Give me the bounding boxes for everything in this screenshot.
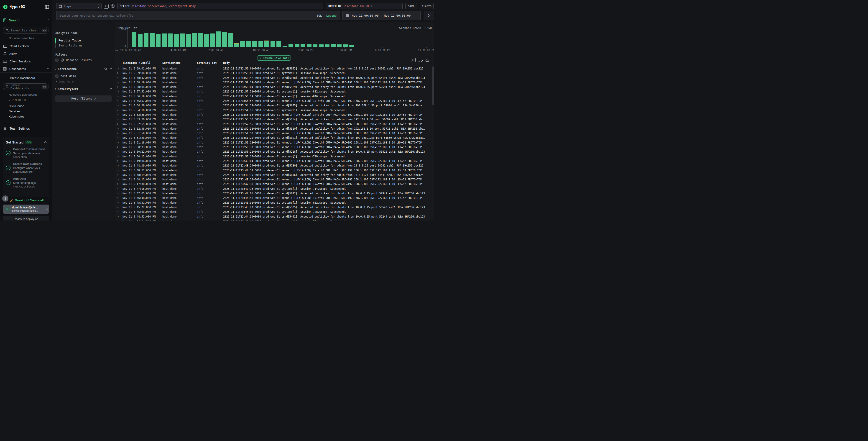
expand-row-icon[interactable]: > xyxy=(117,182,119,186)
expand-row-icon[interactable]: > xyxy=(117,122,119,126)
sidebar-item-alerts[interactable]: Alerts xyxy=(3,52,49,56)
table-row[interactable]: >Nov 11 5:54:16.000 PMhost-demoinfo2025-… xyxy=(115,108,434,113)
histogram-bar[interactable] xyxy=(174,34,179,47)
histogram-bar[interactable] xyxy=(198,33,203,47)
user-menu[interactable]: D dominic.tran@clic... dominic.tran@clic… xyxy=(3,205,49,214)
histogram-bar[interactable] xyxy=(192,33,197,47)
deploy-banner[interactable]: Ready to deploy on xyxy=(3,216,49,220)
histogram-bar[interactable] xyxy=(156,34,160,47)
expand-row-icon[interactable]: > xyxy=(117,85,119,89)
saved-searches-input[interactable]: Saved Searches ⌘K xyxy=(3,27,49,34)
histogram-bar[interactable] xyxy=(234,43,239,47)
preset-item-services[interactable]: Services xyxy=(9,110,21,113)
column-header-servicename[interactable]: ServiceName xyxy=(162,61,180,64)
histogram-bar[interactable] xyxy=(216,31,221,47)
table-row[interactable]: >Nov 11 5:45:08.000 PMhost-demoinfo2025-… xyxy=(115,210,434,214)
table-row[interactable]: >Nov 11 5:47:16.000 PMhost-demoinfo2025-… xyxy=(115,186,434,191)
denoise-results-option[interactable]: Denoise Results xyxy=(55,58,112,62)
preset-item-clickhouse[interactable]: ClickHouse xyxy=(9,104,24,108)
histogram-bar[interactable] xyxy=(313,45,317,47)
histogram-bar[interactable] xyxy=(210,33,215,47)
more-filters-button[interactable]: More filters xyxy=(55,95,112,101)
help-button[interactable]: ? xyxy=(2,196,8,202)
histogram-bar[interactable] xyxy=(283,46,287,47)
mode-results-table[interactable]: Results Table xyxy=(55,38,101,43)
filter-option-host-demo[interactable]: host-demo xyxy=(55,74,112,78)
host-demo-checkbox[interactable] xyxy=(55,75,59,78)
table-row[interactable]: >Nov 11 5:50:15.000 PMhost-demoinfo2025-… xyxy=(115,154,434,159)
sidebar-collapse-icon[interactable] xyxy=(45,5,49,9)
source-select[interactable]: Logs xyxy=(56,3,101,9)
pin-icon[interactable] xyxy=(109,87,112,91)
saved-dashboards-input[interactable]: Saved Dashboards ⌘K xyxy=(3,83,49,90)
expand-row-icon[interactable]: > xyxy=(117,145,119,149)
expand-row-icon[interactable]: > xyxy=(117,219,119,220)
expand-row-icon[interactable]: > xyxy=(117,191,119,196)
column-resize-handle[interactable] xyxy=(160,62,161,65)
histogram-bar[interactable] xyxy=(331,44,336,47)
table-row[interactable]: >Nov 11 5:51:18.000 PMhost-demoinfo2025-… xyxy=(115,140,434,145)
create-dashboard-button[interactable]: + Create Dashboard xyxy=(5,76,49,80)
histogram-bar[interactable] xyxy=(132,32,136,47)
expand-row-icon[interactable]: > xyxy=(117,94,119,99)
expand-row-icon[interactable]: > xyxy=(117,196,119,200)
histogram-bar[interactable] xyxy=(258,41,263,47)
sidebar-item-chart-explorer[interactable]: Chart Explorer xyxy=(3,44,49,48)
table-row[interactable]: >Nov 11 5:51:28.000 PMhost-demoinfo2025-… xyxy=(115,136,434,140)
histogram-bar[interactable] xyxy=(271,41,275,47)
mode-sql-toggle[interactable]: SQL xyxy=(317,14,322,17)
alerts-button[interactable]: Alerts xyxy=(420,3,434,9)
mode-lucene-toggle[interactable]: Lucene xyxy=(326,14,337,17)
expand-row-icon[interactable]: > xyxy=(117,117,119,122)
table-row[interactable]: >Nov 11 5:44:37.000 PMhost-demoinfo2025-… xyxy=(115,219,434,220)
table-row[interactable]: >Nov 11 5:48:19.000 PMhost-demoinfo2025-… xyxy=(115,173,434,177)
column-resize-handle[interactable] xyxy=(221,62,221,65)
expand-row-icon[interactable]: > xyxy=(117,71,119,76)
run-query-button[interactable] xyxy=(424,11,434,20)
expand-row-icon[interactable]: > xyxy=(117,103,119,108)
table-row[interactable]: >Nov 11 5:44:53.000 PMhost-demoinfo2025-… xyxy=(115,214,434,219)
histogram-bar[interactable] xyxy=(180,33,185,47)
expand-row-icon[interactable]: > xyxy=(117,214,119,219)
table-row[interactable]: >Nov 11 5:55:57.000 PMhost-demoinfo2025-… xyxy=(115,99,434,103)
mode-event-patterns[interactable]: Event Patterns xyxy=(55,43,101,48)
task-connect-clickhouse[interactable]: Connect to ClickHouse Set up your databa… xyxy=(6,147,46,159)
histogram-bar[interactable] xyxy=(240,41,245,47)
table-row[interactable]: >Nov 11 5:58:19.000 PMhost-demoinfo2025-… xyxy=(115,80,434,85)
load-more-button[interactable]: Load more xyxy=(55,80,112,83)
chevron-up-icon[interactable] xyxy=(44,141,47,144)
table-row[interactable]: >Nov 11 5:58:04.000 PMhost-demoinfo2025-… xyxy=(115,85,434,89)
expand-row-icon[interactable]: > xyxy=(117,210,119,214)
expand-row-icon[interactable]: > xyxy=(117,159,119,163)
preset-item-kubernetes[interactable]: Kubernetes xyxy=(9,115,24,118)
task-create-data-sources[interactable]: Create Data Sources Configure where your… xyxy=(6,162,46,174)
column-resize-handle[interactable] xyxy=(195,62,195,65)
table-row[interactable]: >Nov 11 5:47:05.000 PMhost-demoinfo2025-… xyxy=(115,191,434,196)
expand-row-icon[interactable]: > xyxy=(117,168,119,173)
expand-row-icon[interactable]: > xyxy=(117,126,119,131)
histogram-bar[interactable] xyxy=(325,45,330,47)
table-row[interactable]: >Nov 11 5:52:55.000 PMhost-demoinfo2025-… xyxy=(115,122,434,126)
table-row[interactable]: >Nov 11 5:45:22.000 PMhost-demoinfo2025-… xyxy=(115,205,434,210)
histogram-bar[interactable] xyxy=(319,45,323,47)
pin-icon[interactable] xyxy=(109,67,112,70)
histogram-bar[interactable] xyxy=(246,41,251,47)
column-header-body[interactable]: Body xyxy=(223,61,230,64)
histogram-bar[interactable] xyxy=(294,44,300,47)
histogram-bar[interactable] xyxy=(343,45,348,47)
table-row[interactable]: >Nov 11 5:53:36.000 PMhost-demoinfo2025-… xyxy=(115,113,434,117)
table-row[interactable]: >Nov 11 5:48:39.000 PMhost-demoinfo2025-… xyxy=(115,163,434,168)
table-row[interactable]: >Nov 11 5:46:48.000 PMhost-demoinfo2025-… xyxy=(115,196,434,200)
search-icon[interactable] xyxy=(104,67,107,70)
histogram-bar[interactable] xyxy=(168,33,173,47)
table-row[interactable]: >Nov 11 5:58:42.000 PMhost-demoinfo2025-… xyxy=(115,76,434,80)
expand-row-icon[interactable]: > xyxy=(117,66,119,71)
sidebar-item-search[interactable]: Search xyxy=(3,18,49,23)
order-by-input[interactable]: ORDER BY TimestampTime DESC xyxy=(326,3,403,9)
table-row[interactable]: >Nov 11 5:49:04.000 PMhost-demoinfo2025-… xyxy=(115,159,434,163)
histogram-bar[interactable] xyxy=(150,33,155,47)
expand-row-icon[interactable]: > xyxy=(117,205,119,210)
histogram-bar[interactable] xyxy=(222,32,227,47)
histogram-bar[interactable] xyxy=(307,44,311,47)
expand-row-icon[interactable]: > xyxy=(117,163,119,168)
